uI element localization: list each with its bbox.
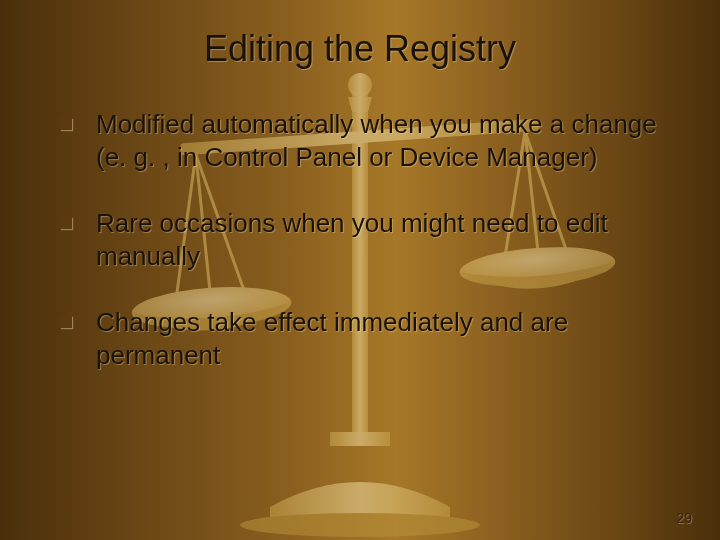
slide-title: Editing the Registry (0, 28, 720, 70)
svg-point-1 (348, 73, 372, 97)
svg-rect-11 (330, 432, 390, 446)
svg-point-12 (240, 513, 480, 537)
slide-number: 29 (676, 510, 692, 526)
bullet-text: Rare occasions when you might need to ed… (96, 207, 670, 272)
list-item: Modified automatically when you make a c… (60, 108, 670, 173)
square-bullet-icon (60, 118, 72, 130)
bullet-list: Modified automatically when you make a c… (60, 108, 670, 405)
bullet-text: Modified automatically when you make a c… (96, 108, 670, 173)
list-item: Rare occasions when you might need to ed… (60, 207, 670, 272)
square-bullet-icon (60, 217, 72, 229)
bullet-text: Changes take effect immediately and are … (96, 306, 670, 371)
list-item: Changes take effect immediately and are … (60, 306, 670, 371)
square-bullet-icon (60, 316, 72, 328)
